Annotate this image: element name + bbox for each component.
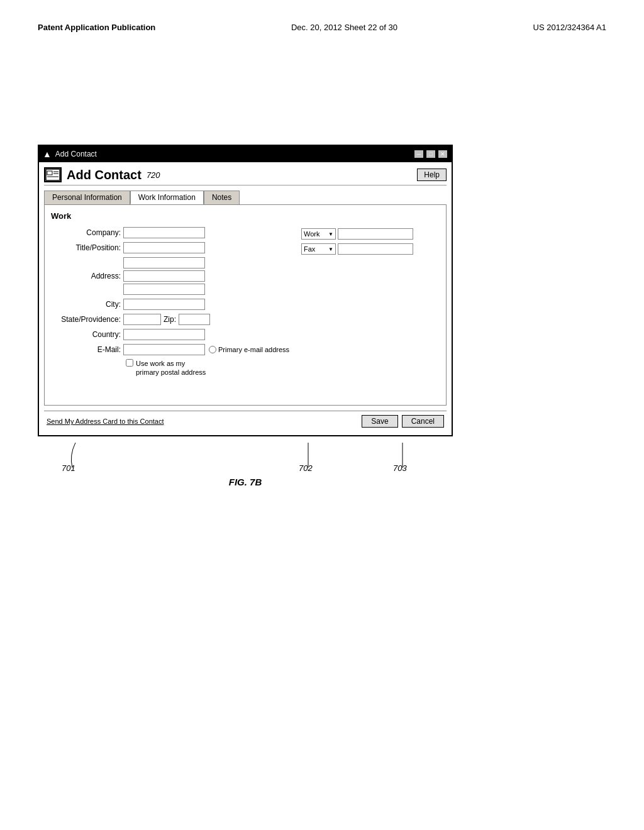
alert-icon: ▲ [43,149,52,159]
window-title-text: Add Contact [55,150,97,158]
window-title-area: ▲ Add Contact [43,149,97,159]
email-input[interactable] [123,344,205,355]
fax-input[interactable] [338,243,413,255]
window-content: Add Contact 720 Help Personal Informatio… [39,162,452,435]
primary-email-radio[interactable] [209,346,216,353]
title-position-row: Title/Position: [51,242,291,253]
form-area: Company: Title/Position: Address: [51,227,440,377]
company-row: Company: [51,227,291,238]
header-right: US 2012/324364 A1 [533,23,606,32]
maximize-button[interactable]: □ [426,150,436,158]
close-button[interactable]: ✕ [438,150,448,158]
company-label: Company: [51,228,123,237]
zip-input[interactable] [179,314,210,325]
header-center: Dec. 20, 2012 Sheet 22 of 30 [291,23,397,32]
minimize-button[interactable]: ─ [414,150,424,158]
tabs-row: Personal Information Work Information No… [44,191,447,204]
phone-type-arrow-icon: ▼ [328,231,333,237]
state-label: State/Providence: [51,315,123,324]
ref-labels-area: 701 702 703 [38,436,453,474]
svg-rect-1 [47,171,52,175]
label-720: 720 [147,170,160,180]
fax-type-dropdown[interactable]: Fax ▼ [301,243,336,255]
header-left: Patent Application Publication [38,23,155,32]
primary-email-label: Primary e-mail address [209,346,289,353]
state-input[interactable] [123,314,161,325]
tab-notes[interactable]: Notes [204,191,240,204]
city-input[interactable] [123,299,205,310]
label-701: 701 [62,463,75,473]
address-row: Address: [51,257,291,295]
title-position-input[interactable] [123,242,205,253]
title-position-label: Title/Position: [51,243,123,252]
title-area: Add Contact 720 [44,167,160,182]
email-row: E-Mail: Primary e-mail address [51,344,291,355]
state-zip-row: State/Providence: Zip: [51,314,291,325]
section-header-work: Work [51,211,440,221]
label-702: 702 [299,463,313,473]
use-work-address-label: Use work as myprimary postal address [136,359,206,377]
work-phone-input[interactable] [338,228,413,240]
window-titlebar: ▲ Add Contact ─ □ ✕ [39,146,452,162]
tab-work-information[interactable]: Work Information [130,191,204,204]
address-line2-input[interactable] [123,270,205,282]
contact-card-icon [44,167,62,182]
dialog-title: Add Contact [67,168,142,182]
country-row: Country: [51,329,291,340]
ref-lines-svg [38,436,453,474]
help-button[interactable]: Help [417,169,447,181]
city-row: City: [51,299,291,310]
use-work-address-checkbox[interactable] [126,359,133,367]
city-label: City: [51,300,123,309]
cancel-button[interactable]: Cancel [402,415,444,428]
phone-type-dropdown[interactable]: Work ▼ [301,228,336,240]
figure-caption: FIG. 7B [38,477,453,488]
form-right: Work ▼ Fax ▼ [301,227,440,377]
send-address-card-link[interactable]: Send My Address Card to this Contact [47,418,164,425]
country-label: Country: [51,330,123,339]
label-703: 703 [393,463,407,473]
fax-type-arrow-icon: ▼ [328,246,333,252]
fax-row: Fax ▼ [301,243,440,255]
use-work-address-row: Use work as myprimary postal address [126,359,291,377]
title-row: Add Contact 720 Help [44,167,447,185]
work-phone-row: Work ▼ [301,228,440,240]
tab-personal-information[interactable]: Personal Information [44,191,130,204]
dialog-wrapper: ▲ Add Contact ─ □ ✕ [38,145,453,488]
email-label: E-Mail: [51,345,123,354]
save-button[interactable]: Save [362,415,397,428]
company-input[interactable] [123,227,205,238]
bottom-buttons: Save Cancel [362,415,444,428]
address-inputs [123,257,205,295]
page-header: Patent Application Publication Dec. 20, … [38,23,606,32]
country-input[interactable] [123,329,205,340]
bottom-bar: Send My Address Card to this Contact Sav… [44,411,447,430]
form-left: Company: Title/Position: Address: [51,227,291,377]
window: ▲ Add Contact ─ □ ✕ [38,145,453,436]
tab-panel-work: Work Company: Title/Position: [44,204,447,406]
address-label: Address: [51,272,123,280]
address-line1-input[interactable] [123,257,205,268]
zip-label: Zip: [164,315,176,324]
window-controls: ─ □ ✕ [414,150,448,158]
address-line3-input[interactable] [123,284,205,295]
